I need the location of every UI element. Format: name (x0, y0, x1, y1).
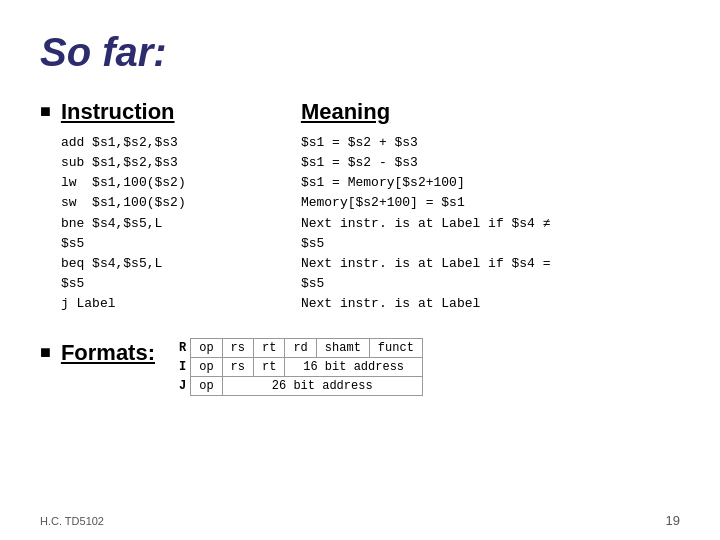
table-row-j: J op 26 bit address (171, 377, 422, 396)
r-rt: rt (254, 339, 285, 358)
mean-3: $s1 = Memory[$s2+100] (301, 173, 680, 193)
slide: So far: ■ Instruction add $s1,$s2,$s3 su… (0, 0, 720, 540)
instr-4: sw $s1,100($s2) (61, 193, 301, 213)
instr-6b: $s5 (61, 274, 301, 294)
j-op: op (191, 377, 222, 396)
meaning-code-block: $s1 = $s2 + $s3 $s1 = $s2 - $s3 $s1 = Me… (301, 133, 680, 314)
instr-5: bne $s4,$s5,L (61, 214, 301, 234)
meaning-column: Meaning $s1 = $s2 + $s3 $s1 = $s2 - $s3 … (301, 99, 680, 314)
mean-1: $s1 = $s2 + $s3 (301, 133, 680, 153)
footer-course: H.C. TD5102 (40, 515, 104, 527)
r-rs: rs (222, 339, 253, 358)
row-label-j: J (171, 377, 191, 396)
bullet-marker-1: ■ (40, 101, 51, 122)
mean-6b: $s5 (301, 274, 680, 294)
i-op: op (191, 358, 222, 377)
mean-6: Next instr. is at Label if $s4 = (301, 254, 680, 274)
i-address: 16 bit address (285, 358, 422, 377)
bullet-section-1: ■ Instruction add $s1,$s2,$s3 sub $s1,$s… (40, 99, 680, 314)
formats-table: R op rs rt rd shamt funct I op rs rt (171, 338, 423, 396)
r-op: op (191, 339, 222, 358)
instr-1: add $s1,$s2,$s3 (61, 133, 301, 153)
row-label-i: I (171, 358, 191, 377)
r-funct: funct (369, 339, 422, 358)
formats-label: Formats: (61, 340, 155, 366)
instruction-header: Instruction (61, 99, 301, 125)
instr-6: beq $s4,$s5,L (61, 254, 301, 274)
j-address: 26 bit address (222, 377, 422, 396)
footer-page-number: 19 (666, 513, 680, 528)
instruction-code-block: add $s1,$s2,$s3 sub $s1,$s2,$s3 lw $s1,1… (61, 133, 301, 314)
table-row-i: I op rs rt 16 bit address (171, 358, 422, 377)
r-shamt: shamt (316, 339, 369, 358)
instr-5b: $s5 (61, 234, 301, 254)
mean-7: Next instr. is at Label (301, 294, 680, 314)
footer: H.C. TD5102 19 (40, 513, 680, 528)
content-area: ■ Instruction add $s1,$s2,$s3 sub $s1,$s… (40, 99, 680, 396)
r-rd: rd (285, 339, 316, 358)
i-rt: rt (254, 358, 285, 377)
instr-2: sub $s1,$s2,$s3 (61, 153, 301, 173)
mean-2: $s1 = $s2 - $s3 (301, 153, 680, 173)
bullet-section-2: ■ Formats: R op rs rt rd shamt funct (40, 338, 680, 396)
mean-5: Next instr. is at Label if $s4 ≠ (301, 214, 680, 234)
meaning-header: Meaning (301, 99, 680, 125)
instr-3: lw $s1,100($s2) (61, 173, 301, 193)
instruction-meaning-columns: Instruction add $s1,$s2,$s3 sub $s1,$s2,… (61, 99, 680, 314)
mean-4: Memory[$s2+100] = $s1 (301, 193, 680, 213)
row-label-r: R (171, 339, 191, 358)
i-rs: rs (222, 358, 253, 377)
instruction-column: Instruction add $s1,$s2,$s3 sub $s1,$s2,… (61, 99, 301, 314)
table-row-r: R op rs rt rd shamt funct (171, 339, 422, 358)
slide-title: So far: (40, 30, 680, 75)
bullet-marker-2: ■ (40, 342, 51, 363)
mean-5b: $s5 (301, 234, 680, 254)
instr-7: j Label (61, 294, 301, 314)
